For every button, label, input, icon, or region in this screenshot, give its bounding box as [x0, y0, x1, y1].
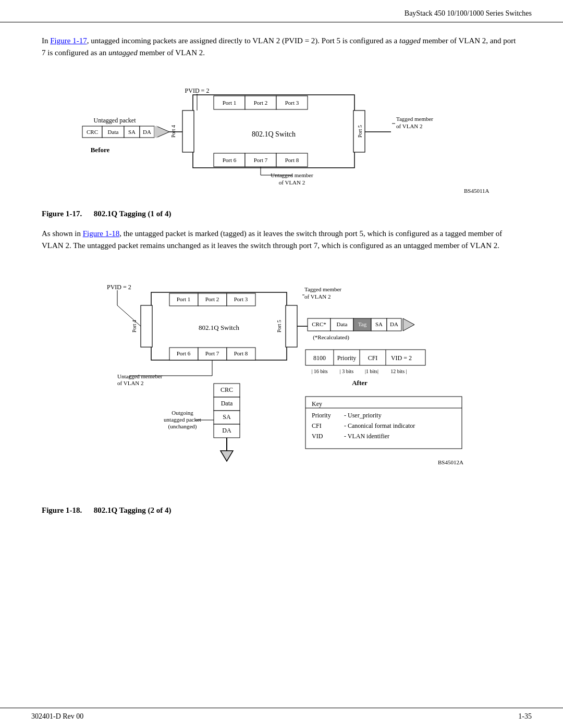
svg-text:|1 bits|: |1 bits|: [365, 368, 378, 374]
page-footer: 302401-D Rev 00 1-35: [0, 708, 563, 728]
intro-text-end1: member of VLAN 2.: [138, 48, 205, 57]
intro-italic1: tagged: [399, 36, 421, 45]
intro-text-after1: , untagged incoming packets are assigned…: [87, 36, 399, 45]
svg-text:Tagged member: Tagged member: [304, 286, 341, 292]
svg-text:Data: Data: [108, 129, 119, 135]
svg-text:VID: VID: [312, 433, 323, 440]
svg-text:DA: DA: [390, 321, 398, 327]
second-text-before: As shown in: [42, 229, 83, 238]
intro-paragraph: In Figure 1-17, untagged incoming packet…: [42, 35, 521, 59]
svg-text:Tagged member: Tagged member: [396, 116, 433, 122]
svg-text:- Canonical format indicator: - Canonical format indicator: [344, 422, 415, 429]
svg-text:Port 3: Port 3: [234, 296, 248, 302]
svg-text:Port 3: Port 3: [285, 100, 299, 106]
svg-text:Data: Data: [337, 321, 348, 327]
svg-text:Port 8: Port 8: [285, 157, 299, 163]
svg-text:Port 7: Port 7: [205, 350, 219, 356]
svg-text:PVID = 2: PVID = 2: [185, 87, 210, 94]
svg-text:Priority: Priority: [312, 412, 331, 419]
figure18-title: 802.1Q Tagging (2 of 4): [94, 506, 172, 514]
main-content: In Figure 1-17, untagged incoming packet…: [0, 22, 563, 556]
figure18-link[interactable]: Figure 1-18: [83, 229, 119, 238]
svg-text:Port 6: Port 6: [177, 350, 191, 356]
svg-text:8100: 8100: [313, 354, 326, 362]
svg-text:(*Recalculated): (*Recalculated): [313, 334, 349, 341]
svg-text:Untagged memeber: Untagged memeber: [117, 373, 163, 379]
svg-rect-46: [286, 305, 297, 347]
svg-text:Priority: Priority: [337, 354, 357, 362]
svg-text:| 16 bits: | 16 bits: [311, 368, 328, 374]
svg-text:Port 5: Port 5: [357, 125, 363, 137]
svg-text:SA: SA: [375, 321, 383, 327]
figure17-label: Figure 1-17.: [42, 209, 82, 218]
svg-text:untagged packet: untagged packet: [164, 416, 201, 423]
svg-text:SA: SA: [223, 413, 231, 421]
svg-text:of VLAN 2: of VLAN 2: [117, 380, 144, 386]
svg-text:Port 4: Port 4: [170, 125, 176, 137]
figure18-label: Figure 1-18.: [42, 506, 82, 514]
svg-text:Port 2: Port 2: [205, 296, 219, 302]
svg-text:Port 4: Port 4: [131, 320, 137, 332]
svg-text:Before: Before: [91, 146, 110, 154]
svg-text:DA: DA: [143, 129, 151, 135]
figure18-caption: Figure 1-18. 802.1Q Tagging (2 of 4): [42, 506, 521, 515]
figure17-link[interactable]: Figure 1-17: [50, 36, 87, 45]
svg-text:Port 1: Port 1: [223, 100, 237, 106]
svg-rect-44: [141, 305, 152, 347]
second-paragraph: As shown in Figure 1-18, the untagged pa…: [42, 228, 521, 252]
svg-text:After: After: [352, 379, 368, 387]
svg-text:Port 7: Port 7: [254, 157, 268, 163]
svg-text:Tag: Tag: [358, 321, 367, 327]
intro-italic2: untagged: [108, 48, 138, 57]
svg-text:Port 1: Port 1: [177, 296, 191, 302]
svg-text:of VLAN 2: of VLAN 2: [396, 123, 423, 129]
svg-text:DA: DA: [222, 427, 231, 434]
figure17-caption: Figure 1-17. 802.1Q Tagging (1 of 4): [42, 209, 521, 218]
diagram1-container: Port 4 Port 5 Port 1 Port 2 Port 3 802.1…: [42, 74, 521, 194]
svg-text:Port 5: Port 5: [276, 320, 282, 332]
svg-text:- VLAN identifier: - VLAN identifier: [344, 433, 389, 440]
svg-text:(unchanged): (unchanged): [168, 423, 197, 430]
svg-rect-30: [154, 126, 157, 138]
svg-marker-77: [403, 318, 414, 331]
svg-text:SA: SA: [128, 129, 136, 135]
svg-text:Key: Key: [312, 400, 322, 408]
footer-right: 1-35: [518, 712, 532, 721]
footer-left: 302401-D Rev 00: [31, 712, 83, 721]
svg-text:802.1Q Switch: 802.1Q Switch: [199, 324, 240, 331]
svg-text:| 3 bits: | 3 bits: [340, 368, 354, 374]
diagram2-svg: Port 4 Port 5 Port 1 Port 2 Port 3 802.1…: [68, 266, 495, 490]
svg-text:Outgoing: Outgoing: [172, 410, 193, 416]
svg-text:802.1Q Switch: 802.1Q Switch: [252, 130, 296, 138]
svg-text:- User_priority: - User_priority: [344, 412, 382, 419]
header-title: BayStack 450 10/100/1000 Series Switches: [405, 9, 532, 18]
svg-text:of VLAN 2: of VLAN 2: [279, 179, 305, 186]
page: BayStack 450 10/100/1000 Series Switches…: [0, 0, 563, 728]
svg-text:PVID = 2: PVID = 2: [107, 283, 131, 291]
diagram2-container: Port 4 Port 5 Port 1 Port 2 Port 3 802.1…: [42, 266, 521, 490]
svg-text:of VLAN 2: of VLAN 2: [304, 293, 331, 300]
diagram1-svg: Port 4 Port 5 Port 1 Port 2 Port 3 802.1…: [68, 74, 495, 194]
svg-text:Untagged packet: Untagged packet: [94, 117, 137, 124]
svg-text:12 bits |: 12 bits |: [390, 368, 407, 374]
svg-text:Port 2: Port 2: [254, 100, 268, 106]
svg-text:Port 6: Port 6: [223, 157, 237, 163]
svg-text:Port 8: Port 8: [234, 350, 248, 356]
svg-marker-29: [156, 126, 169, 138]
svg-text:BS45011A: BS45011A: [464, 188, 489, 194]
svg-text:CFI: CFI: [312, 422, 322, 429]
svg-text:CRC: CRC: [87, 129, 98, 135]
svg-text:CFI: CFI: [368, 354, 378, 362]
svg-line-63: [117, 305, 141, 326]
svg-text:Data: Data: [221, 400, 233, 407]
svg-marker-111: [221, 451, 233, 461]
svg-text:CRC*: CRC*: [312, 321, 326, 327]
figure17-title: 802.1Q Tagging (1 of 4): [94, 209, 172, 218]
svg-text:VID = 2: VID = 2: [391, 354, 412, 362]
page-header: BayStack 450 10/100/1000 Series Switches: [0, 0, 563, 22]
svg-rect-1: [182, 110, 194, 152]
svg-text:BS45012A: BS45012A: [438, 459, 463, 465]
intro-text-before: In: [42, 36, 50, 45]
svg-text:CRC: CRC: [221, 386, 233, 393]
